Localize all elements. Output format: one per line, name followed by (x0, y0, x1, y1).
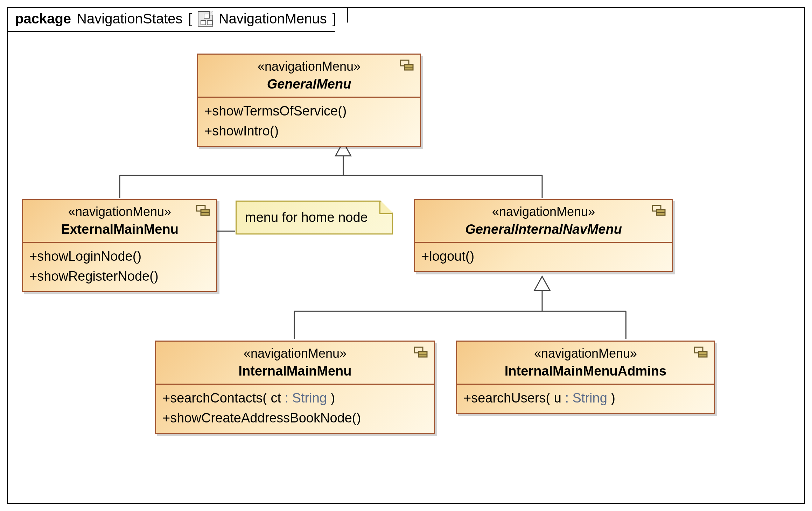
operation: +showIntro() (204, 121, 414, 141)
op-type: : String (285, 391, 327, 405)
class-general-menu: «navigationMenu» GeneralMenu +showTermsO… (197, 54, 421, 147)
class-header: «navigationMenu» InternalMainMenuAdmins (457, 342, 714, 385)
class-name: InternalMainMenu (162, 362, 428, 380)
class-header: «navigationMenu» GeneralInternalNavMenu (415, 200, 672, 243)
class-operations: +showLoginNode() +showRegisterNode() (23, 243, 216, 291)
generalization-arrowhead-ginternal (534, 276, 550, 290)
note-fold-icon (379, 202, 392, 214)
op-pre: +searchContacts( ct (162, 391, 285, 405)
operation: +showRegisterNode() (29, 266, 210, 286)
class-icon (652, 203, 668, 217)
class-name: ExternalMainMenu (29, 220, 211, 238)
class-operations: +logout() (415, 243, 672, 271)
stereotype-label: «navigationMenu» (29, 203, 211, 220)
op-post: ) (327, 391, 335, 405)
stereotype-label: «navigationMenu» (421, 203, 666, 220)
class-operations: +searchContacts( ct : String ) +showCrea… (156, 385, 434, 433)
package-frame: package NavigationStates [ NavigationMen… (7, 7, 805, 504)
op-post: ) (607, 391, 615, 405)
operation: +showCreateAddressBookNode() (162, 408, 428, 428)
class-icon (694, 345, 710, 359)
class-general-internal-nav-menu: «navigationMenu» GeneralInternalNavMenu … (414, 199, 673, 272)
operation: +showTermsOfService() (204, 101, 414, 121)
class-icon (196, 203, 212, 217)
op-type: : String (565, 391, 607, 405)
class-internal-main-menu-admins: «navigationMenu» InternalMainMenuAdmins … (456, 341, 715, 414)
note-text: menu for home node (245, 210, 368, 225)
operation: +searchContacts( ct : String ) (162, 388, 428, 408)
stereotype-label: «navigationMenu» (463, 345, 708, 362)
operation: +showLoginNode() (29, 246, 210, 266)
op-pre: +searchUsers( u (463, 391, 565, 405)
stereotype-label: «navigationMenu» (162, 345, 428, 362)
stereotype-label: «navigationMenu» (204, 58, 414, 75)
class-name: GeneralInternalNavMenu (421, 220, 666, 238)
class-name: GeneralMenu (204, 75, 414, 93)
class-operations: +searchUsers( u : String ) (457, 385, 714, 413)
class-icon (414, 345, 430, 359)
class-icon (400, 58, 416, 72)
class-header: «navigationMenu» ExternalMainMenu (23, 200, 216, 243)
class-external-main-menu: «navigationMenu» ExternalMainMenu +showL… (22, 199, 217, 292)
class-name: InternalMainMenuAdmins (463, 362, 708, 380)
class-header: «navigationMenu» InternalMainMenu (156, 342, 434, 385)
class-operations: +showTermsOfService() +showIntro() (198, 98, 420, 146)
op-pre: +showCreateAddressBookNode() (162, 411, 361, 425)
operation: +searchUsers( u : String ) (463, 388, 708, 408)
diagram-canvas: «navigationMenu» GeneralMenu +showTermsO… (8, 8, 804, 503)
class-internal-main-menu: «navigationMenu» InternalMainMenu +searc… (155, 341, 435, 434)
operation: +logout() (421, 246, 666, 266)
note-home-node: menu for home node (236, 201, 393, 234)
class-header: «navigationMenu» GeneralMenu (198, 55, 420, 98)
